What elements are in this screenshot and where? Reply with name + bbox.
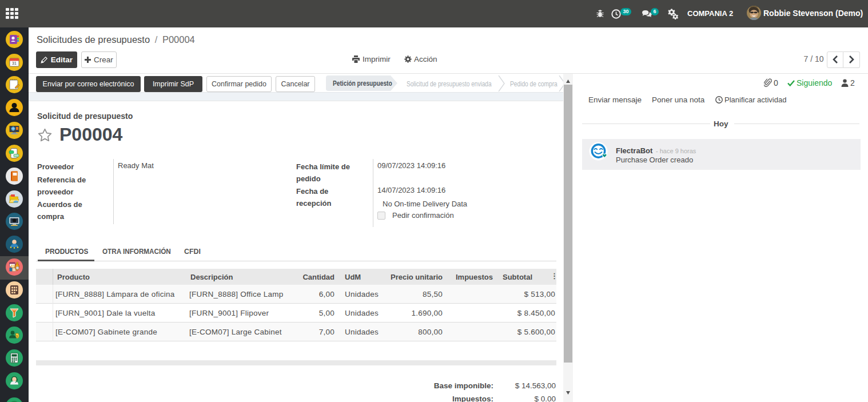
svg-text:31: 31 — [12, 61, 17, 65]
svg-text:$: $ — [16, 335, 18, 338]
